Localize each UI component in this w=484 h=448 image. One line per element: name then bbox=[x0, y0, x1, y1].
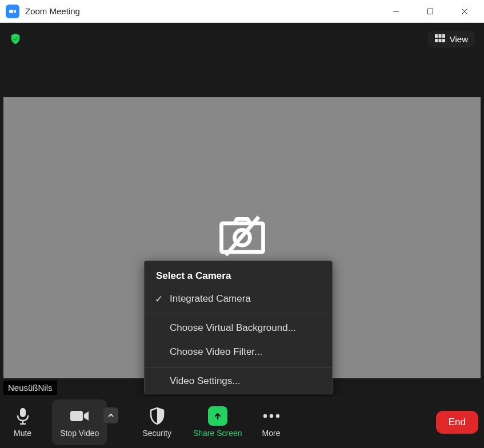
menu-separator bbox=[145, 367, 332, 367]
stop-video-button[interactable]: Stop Video bbox=[52, 399, 107, 445]
menu-header: Select a Camera bbox=[145, 261, 332, 287]
camera-off-icon bbox=[215, 209, 270, 266]
mute-label: Mute bbox=[14, 429, 31, 438]
shield-icon bbox=[150, 407, 165, 425]
grid-icon bbox=[435, 34, 445, 44]
view-button[interactable]: View bbox=[428, 31, 475, 47]
menu-item-virtual-background[interactable]: Choose Virtual Background... bbox=[145, 317, 332, 341]
svg-point-20 bbox=[275, 414, 279, 418]
stop-video-label: Stop Video bbox=[60, 429, 99, 438]
svg-rect-10 bbox=[442, 39, 445, 42]
video-camera-icon bbox=[70, 407, 89, 425]
view-label: View bbox=[450, 34, 468, 44]
close-button[interactable] bbox=[447, 0, 482, 23]
menu-separator bbox=[145, 314, 332, 314]
share-screen-label: Share Screen bbox=[193, 429, 242, 438]
share-screen-icon bbox=[208, 406, 227, 426]
svg-rect-2 bbox=[428, 9, 433, 14]
share-screen-button[interactable]: Share Screen bbox=[185, 399, 250, 445]
mute-button[interactable]: Mute bbox=[6, 399, 39, 445]
encryption-shield-icon[interactable] bbox=[9, 33, 22, 45]
more-button[interactable]: More bbox=[254, 399, 289, 445]
more-icon bbox=[262, 407, 281, 425]
svg-rect-7 bbox=[442, 34, 445, 38]
titlebar: Zoom Meeting bbox=[0, 0, 484, 23]
maximize-button[interactable] bbox=[413, 0, 447, 23]
security-button[interactable]: Security bbox=[134, 399, 179, 445]
video-options-chevron[interactable] bbox=[103, 407, 118, 423]
minimize-button[interactable] bbox=[379, 0, 413, 23]
svg-point-19 bbox=[269, 414, 273, 418]
more-label: More bbox=[262, 429, 281, 438]
svg-rect-5 bbox=[435, 34, 438, 38]
menu-item-integrated-camera[interactable]: Integrated Camera bbox=[145, 287, 332, 311]
svg-rect-6 bbox=[438, 34, 441, 38]
microphone-icon bbox=[17, 407, 29, 425]
security-label: Security bbox=[142, 429, 171, 438]
window-title: Zoom Meeting bbox=[25, 6, 80, 16]
svg-rect-0 bbox=[9, 10, 13, 13]
end-button[interactable]: End bbox=[436, 411, 478, 434]
svg-point-18 bbox=[263, 414, 266, 418]
svg-rect-8 bbox=[435, 39, 438, 42]
meeting-toolbar: Mute Stop Video Security S bbox=[0, 397, 484, 448]
meeting-header: View bbox=[0, 23, 484, 55]
svg-rect-9 bbox=[438, 39, 441, 42]
end-label: End bbox=[449, 417, 466, 427]
svg-rect-14 bbox=[20, 408, 26, 417]
video-options-menu: Select a Camera Integrated Camera Choose… bbox=[144, 261, 333, 394]
zoom-app-icon bbox=[6, 5, 19, 18]
menu-item-video-settings[interactable]: Video Settings... bbox=[145, 370, 332, 394]
app-body: View NeusüßNils Select a Camera Integrat… bbox=[0, 23, 484, 448]
menu-item-video-filter[interactable]: Choose Video Filter... bbox=[145, 341, 332, 365]
svg-rect-17 bbox=[70, 411, 83, 421]
participant-name-label: NeusüßNils bbox=[3, 381, 57, 395]
